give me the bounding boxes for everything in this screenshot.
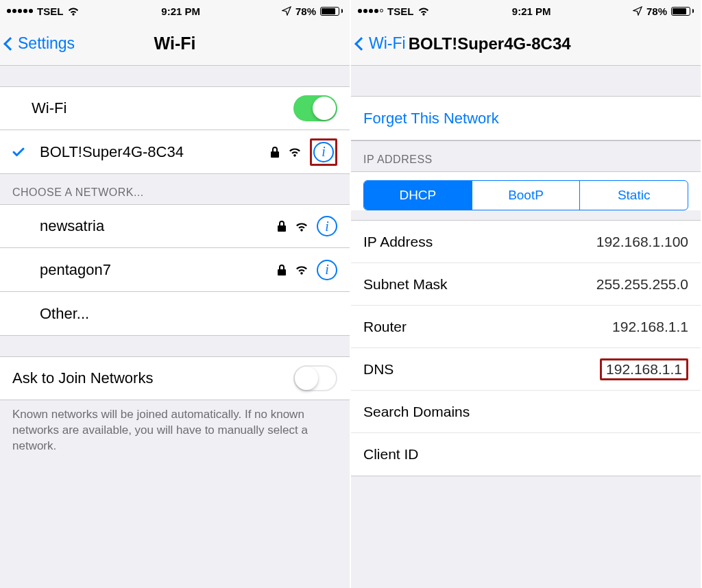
battery-pct-label: 78% — [295, 5, 316, 17]
back-button[interactable]: Settings — [5, 34, 75, 53]
chevron-left-icon — [354, 37, 368, 51]
wifi-settings-screen: TSEL 9:21 PM 78% Settings Wi-Fi Wi-Fi — [0, 0, 351, 588]
subnet-mask-row[interactable]: Subnet Mask 255.255.255.0 — [351, 263, 701, 306]
connected-network-row[interactable]: BOLT!Super4G-8C34 i — [0, 130, 350, 174]
dns-label: DNS — [363, 361, 394, 378]
page-title: BOLT!Super4G-8C34 — [409, 34, 571, 53]
segment-bootp[interactable]: BootP — [472, 181, 581, 210]
network-detail-screen: TSEL 9:21 PM 78% Wi-Fi BOLT!Super4G-8C34 — [351, 0, 702, 588]
back-label: Wi-Fi — [369, 34, 406, 53]
wifi-signal-icon — [295, 221, 308, 232]
ask-to-join-row: Ask to Join Networks — [0, 356, 350, 400]
segment-dhcp[interactable]: DHCP — [364, 181, 472, 210]
other-label: Other... — [40, 305, 89, 323]
status-bar: TSEL 9:21 PM 78% — [351, 0, 701, 22]
forget-label: Forget This Network — [363, 110, 499, 127]
lock-icon — [277, 220, 287, 232]
battery-pct-label: 78% — [646, 5, 667, 17]
ip-mode-segments: DHCP BootP Static — [363, 180, 688, 210]
other-network-row[interactable]: Other... — [0, 292, 350, 336]
location-icon — [633, 6, 642, 16]
info-button[interactable]: i — [313, 142, 334, 162]
wifi-signal-icon — [295, 265, 308, 275]
router-value: 192.168.1.1 — [612, 319, 688, 335]
wifi-icon — [67, 7, 80, 16]
ip-address-header: IP ADDRESS — [351, 141, 701, 171]
router-row[interactable]: Router 192.168.1.1 — [351, 306, 701, 348]
ip-value: 192.168.1.100 — [596, 234, 688, 250]
status-bar: TSEL 9:21 PM 78% — [0, 0, 350, 22]
back-button[interactable]: Wi-Fi — [356, 34, 406, 53]
choose-network-header: CHOOSE A NETWORK... — [0, 174, 350, 204]
wifi-toggle[interactable] — [293, 95, 337, 121]
back-label: Settings — [18, 34, 75, 53]
ip-label: IP Address — [363, 234, 433, 250]
clock-label: 9:21 PM — [80, 5, 282, 17]
wifi-signal-icon — [288, 147, 302, 157]
ask-to-join-label: Ask to Join Networks — [12, 369, 153, 387]
lock-icon — [277, 264, 287, 276]
checkmark-icon — [11, 145, 26, 160]
mask-label: Subnet Mask — [363, 276, 448, 293]
network-row[interactable]: pentagon7 i — [0, 248, 350, 292]
cellular-signal-icon — [358, 9, 383, 13]
client-id-label: Client ID — [363, 446, 419, 463]
dns-row[interactable]: DNS 192.168.1.1 — [351, 348, 701, 391]
clock-label: 9:21 PM — [430, 5, 633, 17]
nav-bar: Settings Wi-Fi — [0, 22, 350, 66]
wifi-icon — [417, 7, 430, 16]
ask-to-join-toggle[interactable] — [293, 365, 337, 391]
forget-network-button[interactable]: Forget This Network — [351, 97, 701, 140]
search-domains-row[interactable]: Search Domains — [351, 391, 701, 433]
battery-icon — [320, 7, 343, 16]
network-name: newsatria — [40, 217, 104, 235]
connected-network-name: BOLT!Super4G-8C34 — [40, 143, 184, 161]
lock-icon — [270, 146, 280, 158]
highlight-box: i — [310, 138, 337, 166]
router-label: Router — [363, 319, 407, 335]
network-name: pentagon7 — [40, 261, 111, 279]
wifi-toggle-row: Wi-Fi — [0, 86, 350, 130]
segment-static[interactable]: Static — [580, 181, 688, 210]
search-domains-label: Search Domains — [363, 404, 470, 420]
battery-icon — [671, 7, 694, 16]
info-button[interactable]: i — [317, 260, 337, 280]
ip-address-row[interactable]: IP Address 192.168.1.100 — [351, 221, 701, 263]
client-id-row[interactable]: Client ID — [351, 433, 701, 476]
info-button[interactable]: i — [317, 216, 337, 236]
nav-bar: Wi-Fi BOLT!Super4G-8C34 — [351, 22, 701, 66]
location-icon — [282, 6, 291, 16]
carrier-label: TSEL — [37, 5, 63, 17]
network-row[interactable]: newsatria i — [0, 204, 350, 248]
dns-value: 192.168.1.1 — [600, 358, 688, 380]
cellular-signal-icon — [7, 9, 33, 13]
carrier-label: TSEL — [387, 5, 413, 17]
footnote-text: Known networks will be joined automatica… — [0, 400, 350, 461]
chevron-left-icon — [3, 37, 17, 51]
mask-value: 255.255.255.0 — [596, 276, 688, 293]
wifi-toggle-label: Wi-Fi — [12, 99, 66, 117]
